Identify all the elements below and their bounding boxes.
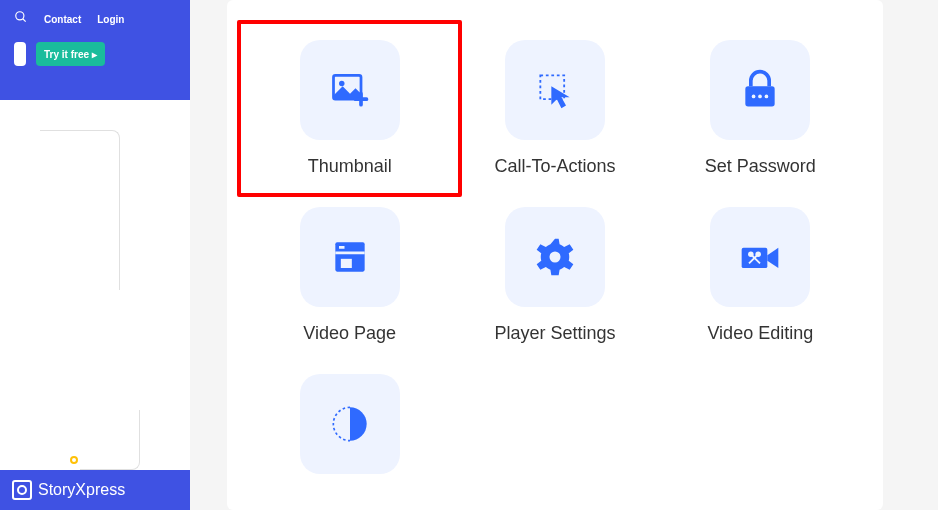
page-icon <box>300 207 400 307</box>
tile-speed[interactable] <box>257 374 442 490</box>
tile-label: Player Settings <box>494 323 615 344</box>
white-button[interactable] <box>14 42 26 66</box>
tile-label: Video Page <box>303 323 396 344</box>
video-edit-icon <box>710 207 810 307</box>
svg-point-3 <box>339 81 345 87</box>
svg-rect-13 <box>340 259 351 268</box>
tile-label: Thumbnail <box>308 156 392 177</box>
preview-canvas <box>0 100 190 510</box>
tile-player-settings[interactable]: Player Settings <box>462 207 647 344</box>
tile-video-editing[interactable]: Video Editing <box>668 207 853 344</box>
svg-line-1 <box>23 19 26 22</box>
tile-set-password[interactable]: Set Password <box>668 40 853 177</box>
svg-point-6 <box>752 95 756 99</box>
svg-rect-11 <box>335 252 364 255</box>
brand-bar: StoryXpress <box>0 470 190 510</box>
tile-label: Call-To-Actions <box>494 156 615 177</box>
tile-label: Video Editing <box>707 323 813 344</box>
brand-logo-icon <box>12 480 32 500</box>
search-icon[interactable] <box>14 10 28 28</box>
try-free-button[interactable]: Try it free ▸ <box>36 42 105 66</box>
tile-thumbnail[interactable]: Thumbnail <box>237 20 462 197</box>
cta-icon <box>505 40 605 140</box>
options-grid: Thumbnail Call-To-Actions Set Password V… <box>257 40 853 490</box>
lock-icon <box>710 40 810 140</box>
nav-login[interactable]: Login <box>97 14 124 25</box>
gear-icon <box>505 207 605 307</box>
tile-label: Set Password <box>705 156 816 177</box>
svg-point-14 <box>549 252 560 263</box>
tile-call-to-actions[interactable]: Call-To-Actions <box>462 40 647 177</box>
brand-name: StoryXpress <box>38 481 125 499</box>
svg-point-8 <box>765 95 769 99</box>
thumbnail-icon <box>300 40 400 140</box>
svg-rect-12 <box>339 246 345 249</box>
svg-point-7 <box>758 95 762 99</box>
speed-icon <box>300 374 400 474</box>
options-panel: Thumbnail Call-To-Actions Set Password V… <box>227 0 883 510</box>
svg-point-0 <box>16 12 24 20</box>
preview-header: Contact Login Try it free ▸ <box>0 0 190 100</box>
preview-panel: Contact Login Try it free ▸ StoryXpress <box>0 0 190 510</box>
nav-contact[interactable]: Contact <box>44 14 81 25</box>
tile-video-page[interactable]: Video Page <box>257 207 442 344</box>
